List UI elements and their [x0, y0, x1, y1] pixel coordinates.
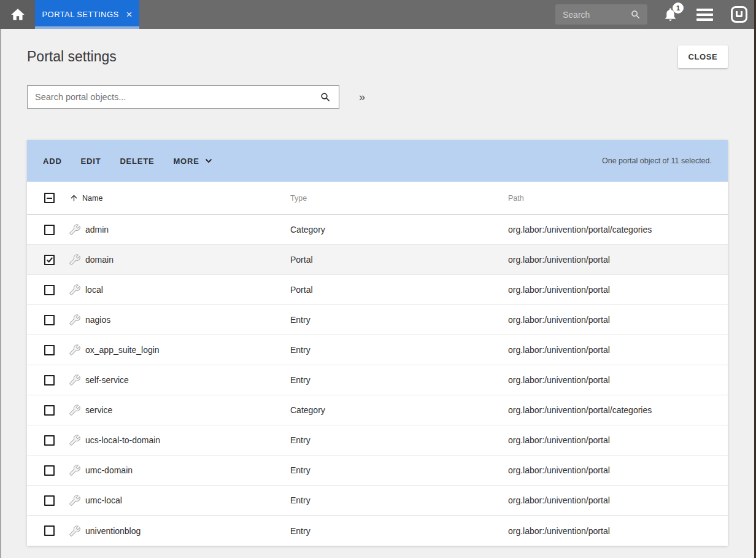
- grid-toolbar: ADD EDIT DELETE MORE One portal object o…: [27, 140, 728, 182]
- column-header-name[interactable]: Name: [69, 193, 290, 203]
- wrench-edit-icon[interactable]: [69, 465, 80, 476]
- wrench-edit-icon[interactable]: [69, 344, 80, 355]
- row-path: org.labor:/univention/portal: [508, 435, 728, 445]
- portal-objects-table: Name Type Path adminCategoryorg.labor:/u…: [27, 182, 728, 546]
- advanced-search-toggle[interactable]: »: [359, 91, 365, 103]
- add-button[interactable]: ADD: [43, 157, 62, 166]
- row-path: org.labor:/univention/portal: [508, 255, 728, 265]
- more-button[interactable]: MORE: [173, 157, 212, 166]
- home-button[interactable]: [0, 0, 35, 29]
- row-checkbox[interactable]: [44, 375, 55, 386]
- table-row[interactable]: self-serviceEntryorg.labor:/univention/p…: [27, 365, 728, 395]
- select-all-checkbox[interactable]: [44, 193, 55, 203]
- row-checkbox[interactable]: [44, 435, 55, 446]
- table-row[interactable]: serviceCategoryorg.labor:/univention/por…: [27, 395, 728, 425]
- row-name[interactable]: nagios: [85, 315, 110, 325]
- row-path: org.labor:/univention/portal: [508, 285, 728, 295]
- table-row[interactable]: umc-localEntryorg.labor:/univention/port…: [27, 486, 728, 516]
- close-module-button[interactable]: CLOSE: [678, 45, 728, 68]
- notification-badge: 1: [673, 2, 684, 14]
- wrench-edit-icon[interactable]: [69, 284, 80, 295]
- row-type: Entry: [290, 435, 508, 445]
- row-name[interactable]: self-service: [85, 375, 129, 385]
- row-type: Entry: [290, 375, 508, 385]
- sort-ascending-icon: [69, 193, 79, 203]
- row-path: org.labor:/univention/portal: [508, 375, 728, 385]
- table-row[interactable]: adminCategoryorg.labor:/univention/porta…: [27, 215, 728, 245]
- table-row[interactable]: localPortalorg.labor:/univention/portal: [27, 275, 728, 305]
- row-checkbox[interactable]: [44, 285, 55, 295]
- row-path: org.labor:/univention/portal/categories: [508, 225, 728, 234]
- row-path: org.labor:/univention/portal: [508, 465, 728, 475]
- row-checkbox[interactable]: [44, 525, 55, 536]
- row-name[interactable]: domain: [85, 255, 114, 265]
- portal-object-search-input[interactable]: [35, 92, 320, 102]
- row-type: Entry: [290, 345, 508, 355]
- row-path: org.labor:/univention/portal/categories: [508, 405, 728, 415]
- row-checkbox[interactable]: [44, 465, 55, 476]
- top-bar: PORTAL SETTINGS × 1: [0, 0, 756, 29]
- tab-close-icon[interactable]: ×: [126, 9, 133, 20]
- notifications-button[interactable]: 1: [663, 7, 678, 22]
- search-icon[interactable]: [320, 91, 331, 103]
- global-search-input[interactable]: [563, 10, 630, 20]
- row-name[interactable]: service: [85, 405, 112, 415]
- table-row[interactable]: ox_app_suite_loginEntryorg.labor:/univen…: [27, 335, 728, 365]
- row-name[interactable]: admin: [85, 225, 109, 234]
- row-checkbox[interactable]: [44, 495, 55, 506]
- row-type: Entry: [290, 526, 508, 536]
- row-name[interactable]: umc-local: [85, 495, 122, 505]
- table-row[interactable]: nagiosEntryorg.labor:/univention/portal: [27, 305, 728, 335]
- wrench-edit-icon[interactable]: [69, 495, 80, 506]
- table-row[interactable]: domainPortalorg.labor:/univention/portal: [27, 245, 728, 275]
- row-type: Entry: [290, 315, 508, 325]
- row-path: org.labor:/univention/portal: [508, 345, 728, 355]
- edit-button[interactable]: EDIT: [81, 157, 101, 166]
- row-type: Category: [290, 405, 508, 415]
- global-search[interactable]: [555, 4, 647, 25]
- row-checkbox[interactable]: [44, 255, 55, 265]
- wrench-edit-icon[interactable]: [69, 374, 80, 386]
- table-body: adminCategoryorg.labor:/univention/porta…: [27, 215, 728, 546]
- row-name[interactable]: ox_app_suite_login: [85, 345, 160, 355]
- delete-button[interactable]: DELETE: [120, 157, 154, 166]
- table-row[interactable]: univentionblogEntryorg.labor:/univention…: [27, 516, 728, 546]
- column-header-type[interactable]: Type: [290, 194, 508, 203]
- row-checkbox[interactable]: [44, 225, 55, 235]
- row-checkbox[interactable]: [44, 345, 55, 355]
- wrench-edit-icon[interactable]: [69, 254, 80, 265]
- window-edge-left: [0, 29, 1, 558]
- wrench-edit-icon[interactable]: [69, 224, 80, 235]
- row-name[interactable]: ucs-local-to-domain: [85, 435, 160, 445]
- table-row[interactable]: ucs-local-to-domainEntryorg.labor:/unive…: [27, 425, 728, 455]
- wrench-edit-icon[interactable]: [69, 525, 80, 537]
- row-checkbox[interactable]: [44, 405, 55, 416]
- portal-object-search[interactable]: [27, 85, 339, 109]
- portal-objects-grid: ADD EDIT DELETE MORE One portal object o…: [27, 140, 728, 546]
- table-row[interactable]: umc-domainEntryorg.labor:/univention/por…: [27, 455, 728, 486]
- table-header-row: Name Type Path: [27, 182, 728, 215]
- univention-logo-icon: [731, 6, 747, 23]
- menu-button[interactable]: [696, 9, 713, 21]
- row-name[interactable]: umc-domain: [85, 465, 133, 475]
- row-checkbox[interactable]: [44, 315, 55, 325]
- row-name[interactable]: univentionblog: [85, 526, 141, 536]
- row-path: org.labor:/univention/portal: [508, 495, 728, 505]
- wrench-edit-icon[interactable]: [69, 314, 80, 325]
- chevron-double-right-icon: »: [359, 91, 365, 103]
- row-path: org.labor:/univention/portal: [508, 315, 728, 325]
- row-name[interactable]: local: [85, 285, 103, 295]
- wrench-edit-icon[interactable]: [69, 435, 80, 446]
- hamburger-icon: [696, 9, 713, 11]
- chevron-down-icon: [205, 158, 212, 163]
- univention-logo-button[interactable]: [731, 6, 747, 23]
- selection-status: One portal object of 11 selected.: [602, 157, 712, 165]
- row-path: org.labor:/univention/portal: [508, 526, 728, 536]
- column-header-path[interactable]: Path: [508, 194, 728, 203]
- tab-portal-settings[interactable]: PORTAL SETTINGS ×: [35, 0, 139, 29]
- row-type: Category: [290, 225, 508, 234]
- page-title: Portal settings: [27, 48, 117, 65]
- row-type: Entry: [290, 495, 508, 505]
- wrench-edit-icon[interactable]: [69, 405, 80, 416]
- search-icon[interactable]: [630, 9, 641, 20]
